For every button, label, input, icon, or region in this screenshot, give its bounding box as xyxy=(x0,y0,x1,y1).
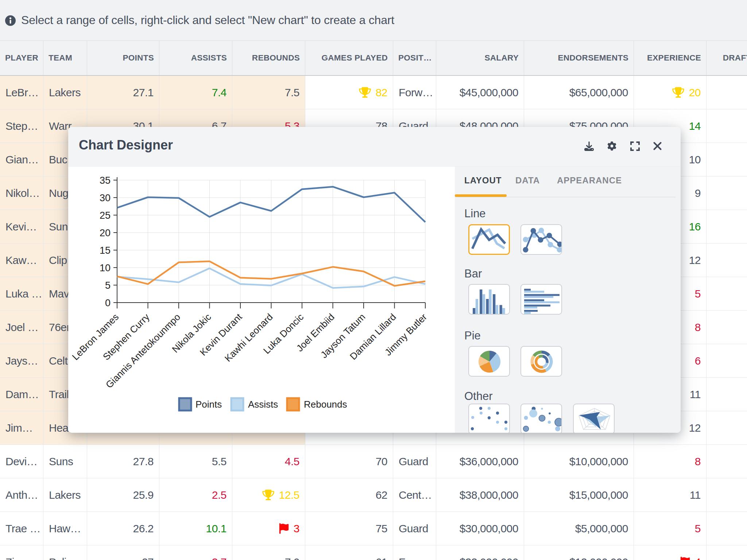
svg-text:Assists: Assists xyxy=(248,399,278,410)
svg-text:0: 0 xyxy=(105,298,111,308)
svg-text:15: 15 xyxy=(100,245,111,256)
svg-text:20: 20 xyxy=(100,228,111,238)
svg-text:35: 35 xyxy=(100,175,111,186)
svg-text:Points: Points xyxy=(196,399,222,410)
svg-text:10: 10 xyxy=(100,262,111,273)
svg-text:5: 5 xyxy=(105,280,111,291)
svg-text:30: 30 xyxy=(100,192,111,203)
svg-text:25: 25 xyxy=(100,210,111,221)
svg-text:Rebounds: Rebounds xyxy=(304,399,347,410)
